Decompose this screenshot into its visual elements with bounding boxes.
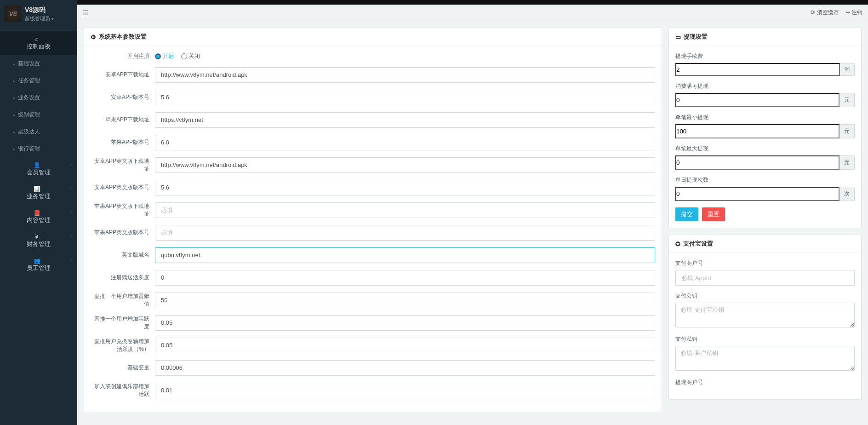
fee-input[interactable] bbox=[675, 63, 840, 76]
gear-icon: ✪ bbox=[675, 241, 680, 247]
topbar: ☰ ⟳ 清空缓存 ↪ 注销 bbox=[77, 5, 868, 21]
privkey-textarea[interactable] bbox=[675, 346, 855, 371]
withdraw-title: 提现设置 bbox=[684, 33, 708, 41]
ios-en-url-input[interactable] bbox=[155, 202, 655, 218]
logout-button[interactable]: ↪ 注销 bbox=[845, 9, 862, 17]
android-url-input[interactable] bbox=[155, 67, 655, 83]
android-ver-input[interactable] bbox=[155, 90, 655, 105]
briefcase-icon: 📊 bbox=[34, 186, 40, 192]
logout-label: 注销 bbox=[851, 9, 862, 16]
nav-business[interactable]: 📊业务管理‹ bbox=[0, 181, 77, 205]
panel-title: 系统基本参数设置 bbox=[99, 33, 147, 41]
android-en-ver-input[interactable] bbox=[155, 180, 655, 195]
nav-staff[interactable]: 👥员工管理‹ bbox=[0, 253, 77, 277]
nav-finance-label: 财务管理 bbox=[27, 240, 51, 248]
reg-bonus-input[interactable] bbox=[155, 270, 655, 286]
min-single-label: 单笔最小提现 bbox=[675, 114, 855, 121]
direct-contrib-input[interactable] bbox=[155, 293, 655, 308]
join-club-input[interactable] bbox=[155, 383, 655, 398]
nav-sub-task[interactable]: 任务管理 bbox=[0, 72, 77, 89]
pubkey-textarea[interactable] bbox=[675, 303, 855, 327]
logo-area: V8 V8源码 超级管理员 bbox=[0, 0, 77, 28]
ios-url-label: 苹果APP下载地址 bbox=[91, 116, 155, 124]
nav-finance[interactable]: ¥财务管理‹ bbox=[0, 229, 77, 253]
join-club-label: 加入或创建俱乐部增加活跃 bbox=[91, 383, 155, 398]
chevron-left-icon: ‹ bbox=[70, 234, 72, 239]
main-area: ☰ ⟳ 清空缓存 ↪ 注销 ⚙系统基本参数设置 开启注册 开启 关闭 bbox=[77, 0, 868, 425]
merchant-input[interactable] bbox=[675, 270, 855, 286]
nav-sub-bank[interactable]: 银行管理 bbox=[0, 140, 77, 157]
daily-count-input[interactable] bbox=[675, 187, 839, 201]
android-url-label: 安卓APP下载地址 bbox=[91, 71, 155, 79]
clear-cache-button[interactable]: ⟳ 清空缓存 bbox=[811, 9, 839, 17]
submit-button[interactable]: 提交 bbox=[675, 207, 698, 221]
direct-exchange-label: 直推用户兑换卷轴增加活跃度（%） bbox=[91, 338, 155, 353]
brand-title: V8源码 bbox=[25, 6, 54, 14]
logo-icon: V8 bbox=[5, 6, 21, 22]
radio-on-input[interactable] bbox=[155, 53, 161, 59]
nav-business-label: 业务管理 bbox=[27, 192, 51, 201]
max-single-input[interactable] bbox=[675, 155, 839, 170]
android-en-url-label: 安卓APP英文版下载地址 bbox=[91, 157, 155, 173]
nav-members[interactable]: 👤会员管理‹ bbox=[0, 157, 77, 181]
nav-content-label: 内容管理 bbox=[27, 216, 51, 224]
direct-contrib-label: 直推一个用户增加贡献值 bbox=[91, 293, 155, 308]
ios-en-ver-input[interactable] bbox=[155, 225, 655, 241]
nav-dashboard-label: 控制面板 bbox=[27, 42, 51, 51]
android-en-url-input[interactable] bbox=[155, 157, 655, 173]
clear-cache-label: 清空缓存 bbox=[817, 9, 839, 16]
min-single-input[interactable] bbox=[675, 124, 839, 138]
nav-sub-level[interactable]: 级别管理 bbox=[0, 106, 77, 123]
nav-sub-biz[interactable]: 业务设置 bbox=[0, 89, 77, 106]
alipay-title: 支付宝设置 bbox=[683, 240, 713, 248]
times-unit: 次 bbox=[839, 187, 855, 201]
radio-on[interactable]: 开启 bbox=[155, 52, 174, 60]
pubkey-label: 支付公钥 bbox=[675, 292, 855, 300]
fee-unit: % bbox=[840, 63, 855, 76]
min-consume-input[interactable] bbox=[675, 93, 839, 107]
ios-ver-label: 苹果APP版本号 bbox=[91, 138, 155, 146]
system-params-panel: ⚙系统基本参数设置 开启注册 开启 关闭 安卓APP下载地址 安卓APP版本号 … bbox=[84, 28, 662, 412]
brand-role[interactable]: 超级管理员 bbox=[25, 15, 54, 22]
merchant-label: 支付商户号 bbox=[675, 259, 855, 267]
ios-ver-input[interactable] bbox=[155, 135, 655, 150]
fee-label: 提现手续费 bbox=[675, 52, 855, 60]
base-var-label: 基础变量 bbox=[91, 364, 155, 372]
chevron-left-icon: ‹ bbox=[70, 162, 72, 167]
ios-url-input[interactable] bbox=[155, 112, 655, 128]
direct-active-input[interactable] bbox=[155, 315, 655, 331]
users-icon: 👥 bbox=[34, 258, 40, 264]
withdraw-merchant-label: 提现商户号 bbox=[675, 379, 855, 386]
yuan-unit3: 元 bbox=[839, 155, 855, 170]
android-ver-label: 安卓APP版本号 bbox=[91, 93, 155, 101]
withdraw-panel: ▭提现设置 提现手续费 % 消费满可提现 元 单笔最小提现 元 bbox=[668, 28, 862, 228]
reg-bonus-label: 注册赠送活跃度 bbox=[91, 274, 155, 281]
menu-toggle-icon[interactable]: ☰ bbox=[83, 9, 89, 17]
chevron-left-icon: ‹ bbox=[70, 186, 72, 191]
yuan-unit2: 元 bbox=[839, 124, 855, 138]
radio-off-label: 关闭 bbox=[189, 52, 200, 60]
nav-members-label: 会员管理 bbox=[27, 168, 51, 177]
ios-en-ver-label: 苹果APP英文版版本号 bbox=[91, 229, 155, 236]
nav-sub-star[interactable]: 星级达人 bbox=[0, 123, 77, 140]
open-register-label: 开启注册 bbox=[91, 52, 155, 60]
chevron-left-icon: ‹ bbox=[70, 258, 72, 263]
min-consume-label: 消费满可提现 bbox=[675, 82, 855, 90]
card-icon: ▭ bbox=[675, 34, 681, 40]
yuan-unit: 元 bbox=[839, 93, 855, 107]
radio-off[interactable]: 关闭 bbox=[181, 52, 200, 60]
direct-exchange-input[interactable] bbox=[155, 338, 655, 353]
nav-sub-basic[interactable]: 基础设置 bbox=[0, 55, 77, 72]
en-domain-input[interactable] bbox=[155, 247, 655, 263]
nav-content[interactable]: 📕内容管理‹ bbox=[0, 205, 77, 229]
radio-on-label: 开启 bbox=[163, 52, 174, 60]
en-domain-label: 英文版域名 bbox=[91, 251, 155, 259]
radio-off-input[interactable] bbox=[181, 53, 187, 59]
nav-staff-label: 员工管理 bbox=[27, 264, 51, 272]
reset-button[interactable]: 重置 bbox=[702, 207, 725, 221]
home-icon: ⌂ bbox=[34, 36, 40, 42]
base-var-input[interactable] bbox=[155, 360, 655, 376]
nav-dashboard[interactable]: ⌂控制面板 bbox=[0, 31, 77, 55]
chevron-left-icon: ‹ bbox=[70, 210, 72, 215]
direct-active-label: 直推一个用户增加活跃度 bbox=[91, 315, 155, 331]
